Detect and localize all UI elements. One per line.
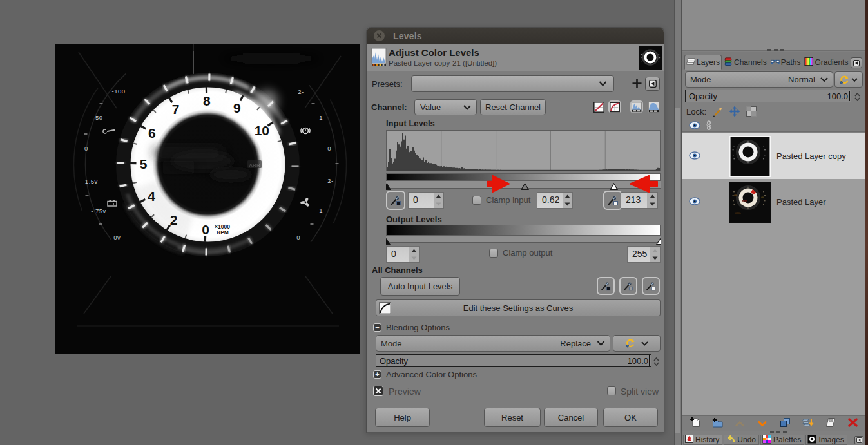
output-low-spinbutton[interactable]: 0 [386,246,420,263]
spin-up-icon [652,249,658,252]
save-preset-button[interactable] [632,78,642,89]
blending-options-label: Blending Options [386,323,450,332]
new-layer-button[interactable] [688,417,702,430]
all-pick-gray-button[interactable] [619,277,637,295]
raise-layer-button[interactable] [733,417,747,430]
dock-tab-channels[interactable]: Channels [722,55,769,70]
chevron-down-icon [641,341,648,346]
layer-visibility-toggle[interactable] [689,151,700,162]
svg-text:-0v: -0v [111,234,121,241]
bottom-tab-undo[interactable]: Undo [724,435,759,445]
log-histogram-toggle[interactable] [647,100,660,113]
dock-tab-paths[interactable]: Paths [769,55,803,70]
canvas-vertical-scrollbar[interactable] [674,0,682,445]
levels-tool-icon [371,48,387,67]
clamp-input-checkbox[interactable] [472,196,481,205]
input-levels-label: Input Levels [386,118,435,128]
reset-button[interactable]: Reset [484,408,541,427]
preview-checkbox[interactable] [373,386,383,396]
svg-text:8: 8 [203,93,211,108]
linear-curve-icon [593,102,604,113]
input-low-spinbutton[interactable]: 0 [408,192,444,209]
dock-tab-layers[interactable]: Layers [684,55,722,70]
layer-mode-reset-button[interactable] [834,71,863,88]
dialog-titlebar[interactable]: Levels [367,28,664,44]
gray-eyedropper-icon [623,281,633,291]
duplicate-layer-button[interactable] [778,417,793,430]
layer-opacity-spinner[interactable] [853,90,862,104]
input-gamma-spinbutton[interactable]: 0.62 [537,192,573,209]
add-mask-button[interactable] [824,417,838,430]
blending-options-expander[interactable]: − Blending Options [373,323,450,332]
input-gradient-bar [386,173,661,181]
advanced-color-options-expander[interactable]: + Advanced Color Options [373,370,477,379]
svg-text:10: 10 [255,123,269,138]
layer-mode-label: Mode [690,75,788,84]
new-group-button[interactable] [710,417,724,430]
all-pick-white-button[interactable] [642,277,660,295]
channel-combo[interactable]: Value [414,99,477,115]
input-sliders[interactable] [386,181,661,189]
linear-histogram-toggle[interactable] [630,100,643,113]
lock-alpha-icon[interactable] [746,106,757,117]
delete-layer-button[interactable] [846,417,860,430]
bottom-tab-history[interactable]: History [683,435,722,445]
linear-curve-toggle[interactable] [592,100,605,113]
clamp-output-checkbox[interactable] [489,249,498,258]
spin-up-icon [854,93,860,97]
layer-visibility-toggle[interactable] [689,196,700,208]
layer-opacity-slider[interactable]: Opacity 100.0 [685,90,851,102]
ok-button[interactable]: OK [603,408,658,427]
collapse-icon: − [373,323,381,332]
scrollbar-thumb[interactable] [675,108,680,433]
blend-mode-combo[interactable]: Mode Replace [376,335,610,352]
chevron-down-icon [820,77,828,82]
output-sliders[interactable] [386,236,661,243]
spin-down-icon [564,202,570,206]
cancel-button[interactable]: Cancel [544,408,598,427]
lock-pixels-icon[interactable] [712,106,723,117]
all-pick-black-button[interactable] [597,277,615,295]
help-button[interactable]: Help [375,408,430,427]
blend-opacity-spinner[interactable] [652,354,661,368]
layer-row[interactable]: Pasted Layer [682,179,865,225]
bottom-dock-menu-button[interactable] [854,436,863,444]
preset-menu-button[interactable] [645,77,660,91]
blend-opacity-slider[interactable]: Opacity 100.0 [376,354,651,367]
clamp-output-label: Clamp output [503,248,552,258]
layers-icon [686,57,695,68]
layer-mode-combo[interactable]: Mode Normal [685,71,833,88]
output-high-spinbutton[interactable]: 255 [627,246,661,263]
merge-down-button[interactable] [801,417,815,430]
layer-row[interactable]: Pasted Layer copy [682,133,865,179]
pick-white-point-button[interactable] [603,191,622,210]
reset-icon [840,75,849,84]
dialog-header-subtitle: Pasted Layer copy-21 ([Untitled]) [389,59,497,67]
edit-as-curves-label: Edit these Settings as Curves [376,303,660,313]
help-label: Help [394,413,411,422]
auto-input-levels-button[interactable]: Auto Input Levels [380,277,460,296]
bottom-tab-images[interactable]: Images [805,435,847,445]
dock-resize-grip[interactable] [767,49,784,51]
dock-resize-grip[interactable] [770,431,787,433]
close-button[interactable] [374,30,385,41]
black-eyedropper-icon [601,281,611,291]
split-view-checkbox[interactable] [607,386,616,395]
input-high-spinbutton[interactable]: 213 [621,192,658,209]
dialog-header: Adjust Color Levels Pasted Layer copy-21… [367,44,664,71]
dock-tab-menu-button[interactable] [851,57,862,68]
pick-black-point-button[interactable] [386,191,405,210]
perceptual-curve-toggle[interactable] [608,100,621,113]
dock-tab-gradients[interactable]: Gradients [802,55,850,70]
reset-channel-button[interactable]: Reset Channel [480,99,546,115]
edit-as-curves-button[interactable]: Edit these Settings as Curves [376,299,661,316]
blend-mode-reset-button[interactable] [613,335,661,352]
lock-position-icon[interactable] [729,106,740,117]
bottom-tab-palettes[interactable]: Palettes [760,435,804,445]
dock-tab-label: Paths [781,58,801,67]
delete-layer-icon [848,418,858,430]
merge-down-icon [802,417,814,430]
input-histogram[interactable] [386,130,661,171]
presets-combo[interactable] [411,75,614,92]
lower-layer-button[interactable] [755,417,769,430]
